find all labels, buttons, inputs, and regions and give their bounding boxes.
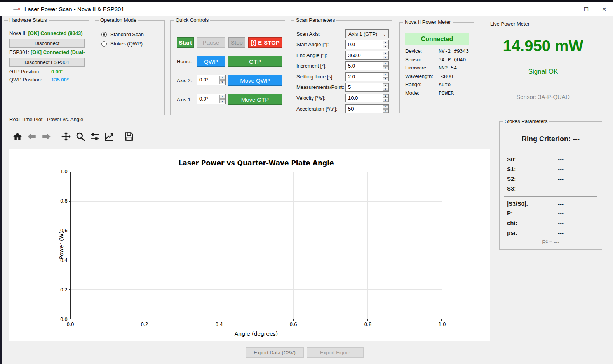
radio-standard-scan[interactable]: Standard Scan	[101, 31, 144, 37]
pause-button[interactable]: Pause	[197, 37, 225, 48]
ring-criterion: Ring Criterion: ---	[500, 135, 602, 143]
spin-up-icon[interactable]: ▲	[383, 73, 388, 76]
spin-down-icon[interactable]: ▼	[219, 99, 225, 103]
plot-canvas[interactable]: Laser Power vs Quarter-Wave Plate Angle …	[9, 149, 490, 341]
home-qwp-button[interactable]: QWP	[197, 56, 225, 67]
axis1-value[interactable]: 0.0°	[197, 94, 219, 104]
spin-down-icon[interactable]: ▼	[383, 109, 388, 113]
x-tick-label: 0.0	[66, 322, 74, 327]
scan-axis-dropdown[interactable]: Axis 1 (GTP) ⌄	[345, 29, 389, 38]
spin-up-icon[interactable]: ▲	[383, 94, 388, 98]
spin-down-icon[interactable]: ▼	[383, 66, 388, 70]
param-label: Acceleration [°/s²]:	[296, 106, 338, 112]
acceleration-spinbox[interactable]: 50 ▲▼	[345, 104, 389, 113]
meter-row: Sensor:3A-P-QUAD	[405, 57, 423, 62]
start-button[interactable]: Start	[177, 37, 194, 48]
qwp-position-value: 135.00°	[51, 77, 69, 83]
forward-icon[interactable]	[41, 131, 52, 142]
velocity-spinbox[interactable]: 10.0 ▲▼	[345, 94, 389, 102]
spin-down-icon[interactable]: ▼	[383, 88, 388, 91]
realtime-plot-title: Real-Time Plot - Power vs. Angle	[8, 116, 85, 122]
home-icon[interactable]	[12, 131, 23, 142]
y-tick-label: 0.8	[57, 198, 68, 204]
spin-up-icon[interactable]: ▲	[219, 95, 225, 99]
axis1-spinbox[interactable]: 0.0° ▲▼	[197, 94, 226, 104]
home-gtp-button[interactable]: GTP	[228, 56, 282, 67]
spin-up-icon[interactable]: ▲	[383, 52, 388, 55]
x-tick-label: 0.2	[141, 322, 148, 327]
disconnect-button[interactable]: Disconnect	[9, 39, 85, 48]
home-label: Home:	[177, 59, 192, 64]
x-tick-label: 1.0	[438, 322, 446, 327]
spin-up-icon[interactable]: ▲	[383, 62, 388, 66]
edit-axes-icon[interactable]	[104, 131, 115, 142]
sensor-label: Sensor: 3A-P-QUAD	[485, 94, 601, 100]
plot-toolbar	[12, 131, 134, 142]
nova-status-line: Nova II: [OK] Connected (9343)	[9, 30, 89, 36]
spin-down-icon[interactable]: ▼	[383, 45, 388, 49]
screen-edge-strip-left	[0, 16, 2, 364]
spin-down-icon[interactable]: ▼	[383, 56, 388, 59]
start-angle-spinbox[interactable]: 0.0 ▲▼	[345, 40, 389, 49]
titlebar: Laser Power Scan - Nova II & ESP301 — ☐ …	[0, 2, 613, 16]
axis2-value[interactable]: 0.0°	[197, 75, 219, 85]
x-tick-label: 0.8	[364, 322, 371, 327]
estop-button[interactable]: [!] E-STOP	[248, 37, 282, 48]
power-reading: 14.950 mW	[485, 37, 601, 55]
stokes-parameters-title: Stokes Parameters	[503, 118, 549, 124]
spin-up-icon[interactable]: ▲	[383, 83, 388, 87]
move-qwp-button[interactable]: Move QWP	[228, 75, 282, 86]
scan-axis-label: Scan Axis:	[296, 31, 320, 37]
increment-spinbox[interactable]: 5.0 ▲▼	[345, 61, 389, 70]
esp-status-line: ESP301: [OK] Connected (Dual-	[9, 49, 89, 55]
pan-icon[interactable]	[61, 131, 71, 142]
end-angle-spinbox[interactable]: 360.0 ▲▼	[345, 51, 389, 60]
realtime-plot-group: Real-Time Plot - Power vs. Angle	[4, 120, 494, 342]
export-figure-button[interactable]: Export Figure	[307, 347, 364, 358]
x-tick-label: 0.4	[215, 322, 223, 327]
meter-row: Wavelength:<800	[405, 73, 433, 79]
operation-mode-group: Operation Mode Standard Scan Stokes (QWP…	[95, 20, 165, 115]
save-icon[interactable]	[124, 131, 134, 142]
stokes-row: |S3/S0|:---	[507, 200, 528, 207]
close-button[interactable]: ✕	[595, 2, 613, 16]
spin-up-icon[interactable]: ▲	[219, 76, 225, 80]
y-tick-label: 1.0	[57, 169, 68, 174]
axis2-spinbox[interactable]: 0.0° ▲▼	[197, 75, 226, 85]
minimize-button[interactable]: —	[559, 2, 577, 16]
param-label: Settling Time [s]:	[296, 74, 334, 80]
scan-parameters-title: Scan Parameters	[294, 17, 336, 23]
configure-subplots-icon[interactable]	[89, 131, 100, 142]
meter-row: Firmware:NN2.54	[405, 65, 428, 71]
spin-down-icon[interactable]: ▼	[383, 77, 388, 81]
spin-down-icon[interactable]: ▼	[383, 99, 388, 102]
divider	[504, 150, 597, 150]
measurements-spinbox[interactable]: 5 ▲▼	[345, 83, 389, 92]
spin-up-icon[interactable]: ▲	[383, 105, 388, 109]
spin-up-icon[interactable]: ▲	[383, 41, 388, 44]
radio-stokes-qwp[interactable]: Stokes (QWP)	[101, 41, 143, 47]
hardware-status-group: Hardware Status Nova II: [OK] Connected …	[4, 20, 89, 115]
gtp-position-row: GTP Position: 0.00°	[9, 69, 89, 75]
app-icon	[13, 7, 20, 12]
back-icon[interactable]	[26, 131, 37, 142]
nova-status-value: [OK] Connected (9343)	[28, 30, 82, 36]
meter-row: Device:NV-2 #9343	[405, 48, 422, 54]
signal-status: Signal OK	[485, 68, 601, 76]
move-gtp-button[interactable]: Move GTP	[228, 94, 282, 105]
spin-down-icon[interactable]: ▼	[219, 80, 225, 84]
stokes-row: S0:---	[507, 156, 516, 163]
radio-icon	[101, 32, 107, 37]
axis1-label: Axis 1:	[177, 97, 192, 102]
settling-time-spinbox[interactable]: 2.0 ▲▼	[345, 72, 389, 81]
zoom-icon[interactable]	[75, 131, 86, 142]
stop-button[interactable]: Stop	[228, 37, 245, 48]
stokes-row: S1:---	[507, 166, 516, 172]
nova-power-meter-title: Nova II Power Meter	[403, 19, 453, 25]
maximize-button[interactable]: ☐	[577, 2, 595, 16]
hardware-status-title: Hardware Status	[8, 17, 49, 23]
disconnect-esp301-button[interactable]: Disconnect ESP301	[9, 58, 85, 67]
quick-controls-group: Quick Controls Start Pause Stop [!] E-ST…	[170, 20, 285, 115]
export-data-csv-button[interactable]: Export Data (CSV)	[246, 347, 304, 358]
stokes-row: chi:---	[507, 220, 517, 226]
